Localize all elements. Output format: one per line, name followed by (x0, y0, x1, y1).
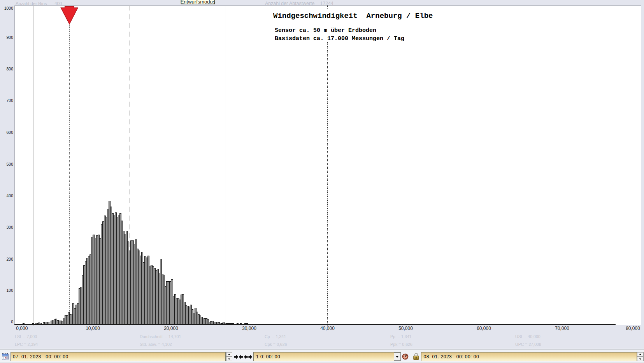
svg-text:Anzahl der Bins = 400: Anzahl der Bins = 400 (16, 1, 62, 6)
svg-text:Sensor ca. 50 m über Erdboden: Sensor ca. 50 m über Erdboden (275, 27, 376, 34)
svg-text:800: 800 (6, 67, 13, 71)
svg-text:500: 500 (6, 162, 13, 167)
svg-text:Ppk = 0,626: Ppk = 0,626 (390, 342, 412, 347)
svg-text:LSL = 7,000: LSL = 7,000 (15, 334, 37, 339)
svg-text:Basisdaten ca. 17.000 Messunge: Basisdaten ca. 17.000 Messungen / Tag (275, 35, 404, 42)
svg-text:07. 01. 2023 00: 00: 00: 07. 01. 2023 00: 00: 00 (13, 354, 68, 359)
svg-text:200: 200 (6, 257, 13, 261)
svg-text:Durchschnitt = 14,701: Durchschnitt = 14,701 (140, 334, 181, 339)
svg-text:40,000: 40,000 (320, 326, 335, 331)
svg-text:80,000: 80,000 (626, 326, 640, 331)
svg-text:Anzahl der Abtastwerte = 17244: Anzahl der Abtastwerte = 17244 (265, 1, 333, 6)
svg-text:1 0: 00: 00: 1 0: 00: 00 (256, 354, 280, 359)
svg-text:60,000: 60,000 (477, 326, 491, 331)
svg-text:LPC = 2,394: LPC = 2,394 (15, 342, 38, 347)
svg-text:600: 600 (6, 130, 13, 135)
svg-text:30,000: 30,000 (242, 326, 256, 331)
svg-text:Cpk = 0,626: Cpk = 0,626 (265, 342, 287, 347)
svg-text:0,000: 0,000 (16, 326, 28, 331)
svg-text:Windgeschwindigkeit Arneburg: Windgeschwindigkeit Arneburg / Elbe (273, 12, 433, 20)
svg-text:70,000: 70,000 (555, 326, 569, 331)
svg-text:Std.-abw. = 4,102: Std.-abw. = 4,102 (140, 342, 172, 347)
svg-text:100: 100 (6, 288, 13, 293)
svg-text:Entwurfsmodus: Entwurfsmodus (181, 0, 216, 5)
svg-text:700: 700 (6, 98, 13, 103)
svg-text:UPC = 27,008: UPC = 27,008 (515, 342, 541, 347)
svg-text:0: 0 (11, 319, 13, 324)
svg-text:USL = 40,000: USL = 40,000 (515, 334, 540, 339)
svg-text:50,000: 50,000 (398, 326, 413, 331)
svg-text:10,000: 10,000 (86, 326, 100, 331)
svg-text:300: 300 (6, 225, 13, 230)
svg-text:400: 400 (6, 193, 13, 198)
svg-text:Cp = 1,341: Cp = 1,341 (265, 334, 286, 339)
svg-text:1000: 1000 (4, 6, 14, 11)
svg-text:08. 01. 2023 00: 00: 00: 08. 01. 2023 00: 00: 00 (424, 354, 479, 359)
svg-text:900: 900 (6, 35, 13, 40)
svg-text:Pp = 1,341: Pp = 1,341 (390, 334, 412, 339)
svg-text:20,000: 20,000 (164, 326, 178, 331)
